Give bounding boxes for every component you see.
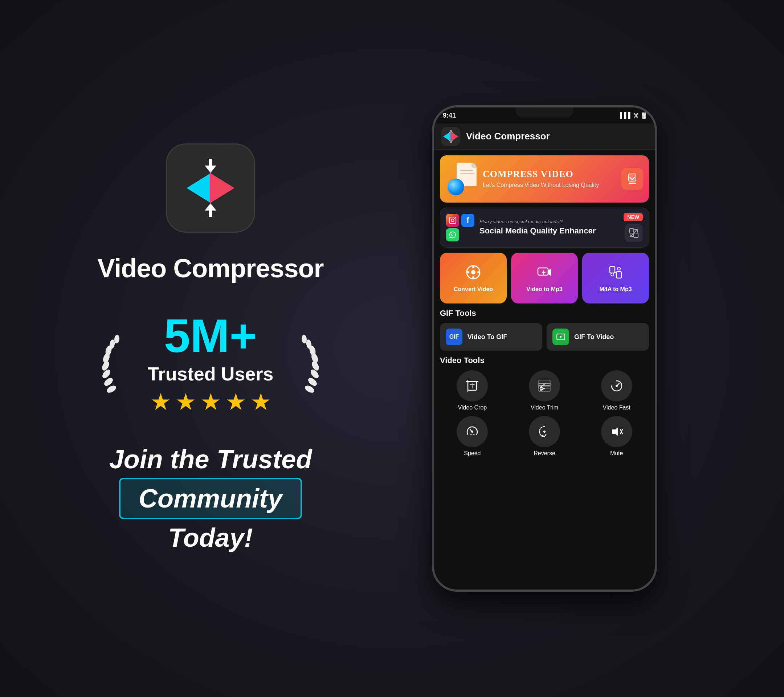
convert-video-card[interactable]: Convert Video	[440, 253, 507, 303]
gif-film-icon	[556, 332, 565, 342]
instagram-icon	[446, 214, 459, 227]
left-laurel-icon	[97, 328, 140, 400]
video-mute-circle	[601, 416, 632, 447]
video-mp3-icon	[535, 263, 553, 281]
video-crop-label: Video Crop	[458, 404, 487, 411]
video-to-mp3-card[interactable]: Video to Mp3	[511, 253, 578, 303]
right-panel: 9:41 ▐▐▐ ⌘ ▓	[363, 105, 726, 592]
video-trim-label: Video Trim	[530, 404, 558, 411]
cta-section: Join the Trusted Community Today!	[109, 444, 312, 552]
speedometer-icon	[464, 423, 480, 440]
app-header-icon	[441, 127, 460, 146]
compress-text: COMPRESS VIDEO Let's Compress Video With…	[483, 169, 617, 189]
svg-rect-30	[610, 267, 615, 273]
cta-community-wrapper: Community	[119, 478, 302, 519]
compress-icon	[626, 173, 639, 186]
svg-point-33	[618, 267, 620, 270]
m4a-mp3-label: M4A to Mp3	[596, 286, 634, 293]
audio-convert-icon	[608, 264, 624, 280]
svg-rect-31	[616, 272, 621, 278]
cta-community: Community	[138, 484, 282, 513]
compress-visual	[446, 155, 478, 203]
stars-row: ★ ★ ★ ★ ★	[150, 389, 271, 415]
compress-subtitle: Let's Compress Video Without Losing Qual…	[483, 181, 617, 189]
compress-right-icon	[621, 168, 643, 190]
video-section-title: Video Tools	[440, 356, 649, 365]
phone-frame: 9:41 ▐▐▐ ⌘ ▓	[432, 105, 657, 592]
tool-cards-row: Convert Video Video to Mp3	[440, 253, 649, 303]
video-speed-item[interactable]: Speed	[440, 416, 505, 457]
stats-section: 5M+ Trusted Users ★ ★ ★ ★ ★	[82, 305, 339, 423]
main-container: Video Compressor	[29, 22, 755, 675]
left-panel: Video Compressor	[58, 145, 363, 552]
video-mute-label: Mute	[610, 450, 623, 457]
svg-point-27	[467, 271, 469, 274]
gif-section-title: GIF Tools	[440, 308, 649, 318]
video-speed-circle	[456, 416, 488, 447]
battery-icon: ▓	[642, 112, 646, 119]
svg-point-19	[451, 219, 454, 221]
video-speed-label: Speed	[464, 450, 481, 457]
svg-point-39	[471, 430, 473, 433]
social-banner[interactable]: f Blurry videos on social media uploads …	[440, 208, 649, 247]
right-laurel-icon	[280, 328, 324, 400]
social-title: Social Media Quality Enhancer	[479, 226, 619, 236]
gif-tools-row: GIF Video To GIF GIF To Video	[440, 323, 649, 351]
video-to-gif-label: Video To GIF	[468, 333, 507, 341]
whatsapp-icon	[446, 228, 459, 241]
cta-today: Today!	[168, 523, 253, 552]
gif-icon-blue: GIF	[446, 328, 463, 345]
video-music-icon	[537, 264, 552, 280]
video-mute-item[interactable]: Mute	[584, 416, 649, 457]
new-badge: NEW	[624, 213, 643, 221]
video-reverse-item[interactable]: Reverse	[512, 416, 577, 457]
cta-join: Join the Trusted	[109, 444, 312, 474]
stats-number: 5M+	[164, 312, 257, 359]
video-tools-row2: Speed Reverse	[440, 416, 649, 457]
svg-rect-17	[629, 183, 636, 184]
mute-icon	[609, 423, 625, 440]
phone-content: COMPRESS VIDEO Let's Compress Video With…	[434, 150, 655, 590]
phone-screen: 9:41 ▐▐▐ ⌘ ▓	[434, 107, 655, 590]
video-to-gif-btn[interactable]: GIF Video To GIF	[440, 323, 542, 351]
video-crop-circle	[456, 370, 488, 402]
signal-icon: ▐▐▐	[618, 112, 630, 119]
app-header-title: Video Compressor	[466, 131, 550, 142]
star-1: ★	[150, 389, 171, 415]
gif-icon-green	[552, 328, 569, 345]
phone-notch	[516, 107, 573, 118]
social-enhance-icon	[625, 224, 643, 242]
video-fast-label: Video Fast	[603, 404, 631, 411]
video-crop-item[interactable]: Video Crop	[440, 370, 505, 411]
speed-icon	[609, 378, 625, 394]
star-4: ★	[226, 389, 246, 415]
svg-rect-21	[629, 229, 634, 233]
compress-banner[interactable]: COMPRESS VIDEO Let's Compress Video With…	[440, 155, 649, 203]
svg-point-25	[472, 266, 474, 268]
status-icons: ▐▐▐ ⌘ ▓	[618, 112, 646, 119]
m4a-to-mp3-card[interactable]: M4A to Mp3	[582, 253, 649, 303]
gif-to-video-label: GIF To Video	[574, 333, 614, 341]
video-trim-item[interactable]: Video Trim	[512, 370, 577, 411]
video-reverse-label: Reverse	[534, 450, 555, 457]
reel-icon	[465, 264, 481, 280]
gif-to-video-btn[interactable]: GIF To Video	[547, 323, 649, 351]
svg-point-26	[472, 276, 474, 278]
svg-point-7	[114, 334, 120, 343]
star-2: ★	[175, 389, 196, 415]
stats-label: Trusted Users	[148, 363, 274, 385]
app-icon	[167, 145, 254, 232]
enhance-icon	[628, 227, 639, 239]
video-mp3-label: Video to Mp3	[524, 286, 565, 293]
svg-rect-18	[450, 217, 456, 224]
video-fast-item[interactable]: Video Fast	[584, 370, 649, 411]
svg-point-40	[544, 430, 545, 433]
svg-rect-29	[538, 268, 548, 275]
reverse-icon	[537, 423, 552, 440]
crop-icon	[464, 378, 480, 394]
star-3: ★	[200, 389, 221, 415]
svg-point-38	[616, 385, 618, 387]
svg-point-2	[100, 368, 112, 380]
svg-marker-41	[612, 427, 618, 436]
compress-title: COMPRESS VIDEO	[483, 169, 617, 180]
